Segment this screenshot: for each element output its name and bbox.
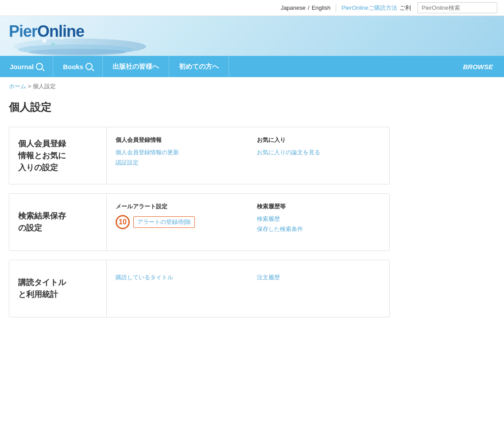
- logo-pier: Pier: [9, 22, 37, 40]
- section2-title-col: 検索結果保存の設定: [9, 194, 107, 250]
- link-auth-settings[interactable]: 認証設定: [116, 159, 239, 167]
- link-search-history[interactable]: 検索履歴: [257, 215, 380, 223]
- link-favorites[interactable]: お気に入りの論文を見る: [257, 149, 380, 156]
- section1-col1-header: 個人会員登録情報: [116, 136, 239, 144]
- logo-area: PierOnline: [0, 16, 504, 56]
- books-search-icon: [85, 63, 93, 70]
- link-alert-register[interactable]: アラートの登録/削除: [133, 216, 195, 228]
- english-lang-link[interactable]: English: [312, 4, 331, 11]
- section-card-3: 講読タイトルと利用統計 購読しているタイトル 注文履歴: [9, 260, 390, 317]
- nav-books[interactable]: Books: [53, 56, 103, 77]
- section2-col1: メールアラート設定 10 アラートの登録/削除: [116, 203, 239, 242]
- lang-slash: /: [308, 4, 310, 11]
- header-search-area: [418, 2, 497, 13]
- badge-row: 10 アラートの登録/削除: [116, 215, 239, 229]
- nav-browse[interactable]: BROWSE: [452, 56, 504, 77]
- section1-content: 個人会員登録情報 個人会員登録情報の更新 認証設定 お気に入り お気に入りの論文…: [107, 127, 389, 184]
- section2-content: メールアラート設定 10 アラートの登録/削除 検索履歴等 検索履歴 保存した検…: [107, 194, 389, 250]
- svg-point-2: [29, 49, 126, 56]
- section1-col2-header: お気に入り: [257, 136, 380, 144]
- page-title: 個人設定: [9, 100, 390, 118]
- section2-col2-header: 検索履歴等: [257, 203, 380, 211]
- section1-title: 個人会員登録情報とお気に入りの設定: [18, 138, 66, 174]
- section1-title-col: 個人会員登録情報とお気に入りの設定: [9, 127, 107, 184]
- link-order-history[interactable]: 注文履歴: [257, 274, 380, 282]
- section1-col1: 個人会員登録情報 個人会員登録情報の更新 認証設定: [116, 136, 239, 175]
- breadcrumb-home[interactable]: ホーム: [9, 83, 26, 90]
- page-content: 個人設定 個人会員登録情報とお気に入りの設定 個人会員登録情報 個人会員登録情報…: [0, 96, 399, 335]
- logo-text: PierOnline: [9, 22, 84, 50]
- section3-title: 講読タイトルと利用統計: [18, 277, 66, 301]
- nav-publishers[interactable]: 出版社の皆様へ: [103, 56, 169, 77]
- section3-title-col: 講読タイトルと利用統計: [9, 260, 107, 317]
- badge-number: 10: [116, 215, 130, 229]
- journal-search-icon: [36, 63, 43, 70]
- nav-spacer: [229, 56, 452, 77]
- nav-bar: Journal Books 出版社の皆様へ 初めての方へ BROWSE: [0, 56, 504, 77]
- section3-col1: 購読しているタイトル: [116, 269, 239, 308]
- link-update-member-info[interactable]: 個人会員登録情報の更新: [116, 149, 239, 156]
- section2-col1-header: メールアラート設定: [116, 203, 239, 211]
- section-card-2: 検索結果保存の設定 メールアラート設定 10 アラートの登録/削除 検索履歴等 …: [9, 193, 390, 251]
- breadcrumb-current: 個人設定: [33, 83, 56, 90]
- search-input[interactable]: [418, 2, 497, 13]
- nav-divider: [336, 4, 336, 12]
- logo-online: Online: [37, 22, 84, 40]
- breadcrumb-separator: >: [28, 83, 33, 90]
- language-selector: Japanese / English: [281, 4, 331, 11]
- header-top-bar: Japanese / English PierOnlineご購読方法 ご利: [0, 0, 504, 16]
- logo-container: PierOnline: [9, 22, 84, 50]
- nav-journal[interactable]: Journal: [0, 56, 53, 77]
- link-subscribed-titles[interactable]: 購読しているタイトル: [116, 274, 239, 282]
- more-link[interactable]: ご利: [399, 4, 411, 12]
- purchase-link[interactable]: PierOnlineご購読方法: [341, 4, 397, 12]
- section1-col2: お気に入り お気に入りの論文を見る: [257, 136, 380, 175]
- japanese-lang-link[interactable]: Japanese: [281, 4, 306, 11]
- section-card-1: 個人会員登録情報とお気に入りの設定 個人会員登録情報 個人会員登録情報の更新 認…: [9, 127, 390, 184]
- nav-beginners[interactable]: 初めての方へ: [169, 56, 229, 77]
- link-saved-conditions[interactable]: 保存した検索条件: [257, 225, 380, 233]
- section3-col2: 注文履歴: [257, 269, 380, 308]
- breadcrumb: ホーム > 個人設定: [0, 77, 504, 96]
- section2-col2: 検索履歴等 検索履歴 保存した検索条件: [257, 203, 380, 242]
- section2-title: 検索結果保存の設定: [18, 210, 66, 234]
- section3-content: 購読しているタイトル 注文履歴: [107, 260, 389, 317]
